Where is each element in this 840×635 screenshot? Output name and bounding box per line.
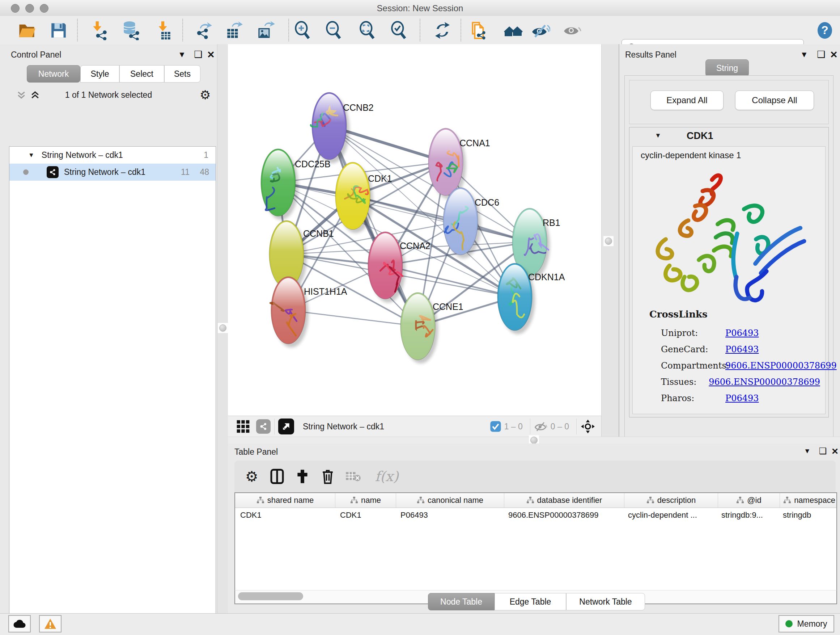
collapse-all-button[interactable]: Collapse All xyxy=(735,90,814,110)
column-header-namespace[interactable]: namespace xyxy=(780,493,837,508)
node-table[interactable]: shared namenamecanonical namedatabase id… xyxy=(234,492,837,591)
right-splitter[interactable] xyxy=(601,44,619,443)
panel-float-icon[interactable]: ❑ xyxy=(817,49,825,60)
warning-status-button[interactable] xyxy=(39,615,62,632)
show-all-button[interactable] xyxy=(562,20,582,41)
memory-button[interactable]: Memory xyxy=(778,615,834,632)
column-header-description[interactable]: description xyxy=(624,493,718,508)
horizontal-splitter[interactable] xyxy=(228,437,840,444)
node-CDC25B[interactable] xyxy=(261,149,298,220)
shared-column-icon xyxy=(350,497,358,504)
tab-select[interactable]: Select xyxy=(119,65,164,82)
column-header-canonical-name[interactable]: canonical name xyxy=(396,493,504,508)
column-header-shared-name[interactable]: shared name xyxy=(235,493,335,508)
crosslinks-list: Uniprot:P06493GeneCard:P06493Compartment… xyxy=(661,325,820,406)
left-splitter[interactable] xyxy=(217,44,229,613)
zoom-selected-button[interactable] xyxy=(389,20,409,41)
refresh-style-button[interactable] xyxy=(432,20,453,41)
table-cell[interactable]: CDK1 xyxy=(335,508,395,523)
hide-selected-button[interactable] xyxy=(530,20,550,41)
crosslink-link[interactable]: P06493 xyxy=(725,344,759,355)
left-splitter-handle[interactable] xyxy=(218,323,228,333)
column-label: database identifier xyxy=(537,496,602,505)
add-column-icon[interactable] xyxy=(294,469,310,485)
column-header-name[interactable]: name xyxy=(335,493,396,508)
network-graph[interactable]: CCNB2CCNA1CDC25BCDK1CDC6RB1CCNB1CCNA2CDK… xyxy=(228,44,601,416)
string-view-icon[interactable] xyxy=(256,419,271,434)
expand-all-button[interactable]: Expand All xyxy=(651,90,723,110)
network-row[interactable]: String Network – cdk1 11 48 xyxy=(9,164,216,181)
table-cell[interactable]: CDK1 xyxy=(235,508,335,523)
panel-menu-icon[interactable]: ▼ xyxy=(178,50,186,59)
gear-icon[interactable]: ⚙ xyxy=(200,88,210,102)
function-builder-icon[interactable]: f(x) xyxy=(370,469,403,485)
tab-edge-table[interactable]: Edge Table xyxy=(494,593,566,610)
right-splitter-handle[interactable] xyxy=(603,236,614,246)
table-row[interactable]: CDK1CDK1P064939606.ENSP00000378699cyclin… xyxy=(235,508,836,523)
export-table-button[interactable] xyxy=(224,20,244,41)
selected-checkbox-icon[interactable] xyxy=(490,421,501,432)
tab-network-table[interactable]: Network Table xyxy=(566,593,645,610)
table-cell[interactable]: P06493 xyxy=(395,508,503,523)
panel-close-icon[interactable]: ✕ xyxy=(831,447,838,456)
table-hscrollbar-thumb[interactable] xyxy=(238,592,303,600)
show-columns-icon[interactable] xyxy=(269,469,285,485)
hidden-eye-icon[interactable] xyxy=(534,420,548,432)
tab-node-table[interactable]: Node Table xyxy=(428,593,494,610)
save-session-button[interactable] xyxy=(49,20,69,41)
tab-string[interactable]: String xyxy=(706,59,749,77)
node-HIST1H1A[interactable] xyxy=(270,277,309,348)
section-expander-icon[interactable]: ▼ xyxy=(655,132,661,139)
copy-network-button[interactable] xyxy=(470,20,490,41)
export-image-button[interactable] xyxy=(255,20,275,41)
zoom-in-button[interactable] xyxy=(293,20,313,41)
table-cell[interactable]: cyclin-dependent ... xyxy=(623,508,716,523)
panel-menu-icon[interactable]: ▼ xyxy=(804,447,811,455)
pan-crosshair-icon[interactable] xyxy=(580,419,595,434)
network-canvas[interactable]: CCNB2CCNA1CDC25BCDK1CDC6RB1CCNB1CCNA2CDK… xyxy=(228,44,601,416)
import-table-file-button[interactable] xyxy=(153,20,173,41)
import-network-file-button[interactable] xyxy=(89,20,109,41)
column-header-database-identifier[interactable]: database identifier xyxy=(504,493,624,508)
birds-eye-view-icon[interactable] xyxy=(236,419,250,434)
open-session-button[interactable] xyxy=(17,20,37,41)
panel-close-icon[interactable]: ✕ xyxy=(207,49,215,60)
gene-section: ▼ CDK1 cyclin-dependent kinase 1 xyxy=(629,127,829,417)
panel-float-icon[interactable]: ❑ xyxy=(819,446,827,456)
gene-section-header[interactable]: ▼ CDK1 xyxy=(630,127,829,146)
panel-float-icon[interactable]: ❑ xyxy=(194,49,202,60)
column-header--id[interactable]: @id xyxy=(718,493,780,508)
network-collection-row[interactable]: ▼ String Network – cdk1 1 xyxy=(9,147,216,164)
node-label-CCNE1: CCNE1 xyxy=(433,302,463,312)
delete-column-icon[interactable] xyxy=(320,469,336,485)
zoom-fit-button[interactable] xyxy=(357,20,378,41)
first-neighbors-button[interactable] xyxy=(503,20,523,41)
import-network-database-button[interactable] xyxy=(121,20,141,41)
node-label-CCNB1: CCNB1 xyxy=(303,228,334,239)
tab-style[interactable]: Style xyxy=(80,65,119,82)
delete-table-icon[interactable] xyxy=(345,469,361,485)
toolbar-separator xyxy=(77,19,78,41)
table-cell[interactable]: 9606.ENSP00000378699 xyxy=(503,508,623,523)
crosslink-link[interactable]: P06493 xyxy=(725,393,759,403)
open-in-window-icon[interactable] xyxy=(278,418,294,434)
eye-slash-icon xyxy=(530,20,550,41)
table-cell[interactable]: stringdb:9... xyxy=(716,508,778,523)
panel-menu-icon[interactable]: ▼ xyxy=(800,50,808,59)
shared-column-icon xyxy=(417,497,425,504)
crosslink-link[interactable]: P06493 xyxy=(725,328,759,338)
tab-network[interactable]: Network xyxy=(27,65,80,82)
collection-expander-icon[interactable]: ▼ xyxy=(28,152,34,159)
table-gear-icon[interactable]: ⚙ xyxy=(244,469,260,485)
export-network-button[interactable] xyxy=(193,20,213,41)
crosslink-link[interactable]: 9606.ENSP00000378699 xyxy=(725,361,837,371)
cloud-status-button[interactable] xyxy=(8,615,31,632)
zoom-out-button[interactable] xyxy=(324,20,344,41)
crosslink-row: GeneCard:P06493 xyxy=(661,341,820,357)
expand-collapse-row: Expand All Collapse All xyxy=(629,80,829,124)
panel-close-icon[interactable]: ✕ xyxy=(830,49,838,60)
crosslink-link[interactable]: 9606.ENSP00000378699 xyxy=(709,377,820,387)
help-button[interactable]: ? xyxy=(815,20,835,41)
tab-sets[interactable]: Sets xyxy=(164,65,201,82)
table-cell[interactable]: stringdb xyxy=(778,508,836,523)
